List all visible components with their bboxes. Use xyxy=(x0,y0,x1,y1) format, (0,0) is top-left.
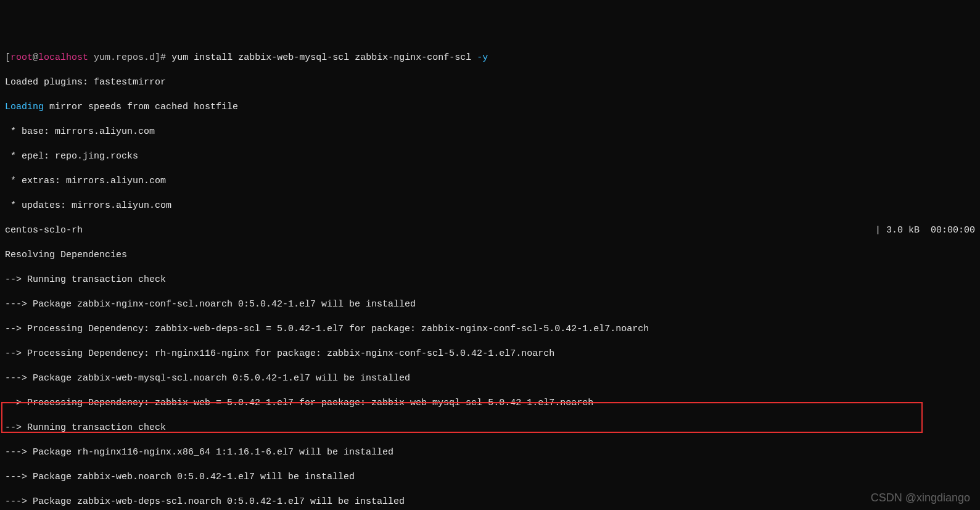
prompt-host: localhost xyxy=(38,52,88,63)
prompt-command: yum install zabbix-web-mysql-scl zabbix-… xyxy=(171,52,471,63)
out-line: Resolving Dependencies xyxy=(5,249,975,261)
prompt-user: root xyxy=(10,52,33,63)
out-line: Loading mirror speeds from cached hostfi… xyxy=(5,101,975,113)
out-line: ---> Package rh-nginx116-nginx.x86_64 1:… xyxy=(5,446,975,459)
prompt-cwd: yum.repos.d xyxy=(94,52,155,63)
out-line: ---> Package zabbix-web-mysql-scl.noarch… xyxy=(5,372,975,385)
repo-name: centos-sclo-rh xyxy=(5,224,83,237)
out-line: ---> Package zabbix-web-deps-scl.noarch … xyxy=(5,496,975,508)
repo-status-line: centos-sclo-rh| 3.0 kB 00:00:00 xyxy=(5,224,975,237)
out-line: * base: mirrors.aliyun.com xyxy=(5,126,975,138)
out-text: mirror speeds from cached hostfile xyxy=(44,102,238,112)
loading-word: Loading xyxy=(5,102,44,112)
out-line: --> Processing Dependency: rh-nginx116-n… xyxy=(5,348,975,360)
out-line: * epel: repo.jing.rocks xyxy=(5,150,975,163)
out-line: --> Running transaction check xyxy=(5,422,975,434)
out-line: * updates: mirrors.aliyun.com xyxy=(5,200,975,212)
out-line: --> Processing Dependency: zabbix-web = … xyxy=(5,397,975,409)
prompt-line[interactable]: [root@localhost yum.repos.d]# yum instal… xyxy=(5,52,975,64)
out-line: Loaded plugins: fastestmirror xyxy=(5,76,975,89)
out-line: --> Running transaction check xyxy=(5,274,975,286)
out-line: * extras: mirrors.aliyun.com xyxy=(5,175,975,187)
out-line: ---> Package zabbix-nginx-conf-scl.noarc… xyxy=(5,298,975,311)
out-line: ---> Package zabbix-web.noarch 0:5.0.42-… xyxy=(5,471,975,483)
out-line: --> Processing Dependency: zabbix-web-de… xyxy=(5,323,975,335)
repo-size-time: | 3.0 kB 00:00:00 xyxy=(875,224,975,237)
prompt-flag: -y xyxy=(477,52,488,63)
